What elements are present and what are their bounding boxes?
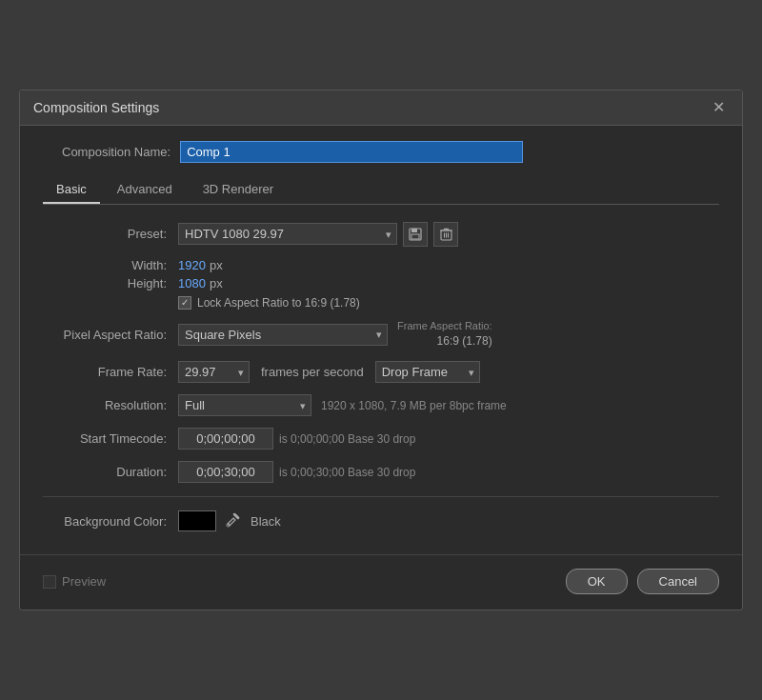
frame-aspect-ratio-box: Frame Aspect Ratio: 16:9 (1.78) (397, 319, 492, 350)
eyedropper-button[interactable] (226, 512, 241, 530)
resolution-info: 1920 x 1080, 7.9 MB per 8bpc frame (321, 399, 507, 412)
bg-color-name: Black (251, 514, 281, 529)
svg-line-11 (234, 514, 238, 518)
preview-label: Preview (62, 574, 106, 589)
preset-controls: HDTV 1080 29.97 (178, 222, 458, 247)
tab-advanced[interactable]: Advanced (104, 176, 186, 204)
frame-rate-label: Frame Rate: (43, 365, 167, 379)
composition-settings-dialog: Composition Settings ✕ Composition Name:… (19, 90, 743, 610)
duration-input[interactable] (178, 461, 273, 483)
cancel-button[interactable]: Cancel (637, 569, 719, 594)
duration-label: Duration: (43, 465, 167, 479)
frame-aspect-ratio-label: Frame Aspect Ratio: (397, 319, 492, 333)
start-timecode-label: Start Timecode: (43, 431, 167, 446)
preset-label: Preset: (43, 227, 167, 241)
save-icon (409, 228, 422, 241)
height-label: Height: (43, 276, 167, 290)
svg-rect-1 (411, 229, 417, 232)
par-controls: Square Pixels Frame Aspect Ratio: 16:9 (… (178, 319, 492, 350)
save-preset-button[interactable] (403, 222, 428, 247)
height-aspect-row: Height: 1080 px ✓ Lock Aspect Ratio to 1… (43, 276, 719, 310)
tab-basic[interactable]: Basic (43, 176, 100, 204)
resolution-controls: Full 1920 x 1080, 7.9 MB per 8bpc frame (178, 394, 507, 416)
fps-select[interactable]: 29.97 (178, 361, 250, 383)
width-row: Width: 1920 px (43, 258, 719, 272)
frame-aspect-ratio-value: 16:9 (1.78) (397, 333, 492, 350)
start-timecode-row: Start Timecode: is 0;00;00;00 Base 30 dr… (43, 428, 719, 450)
height-aspect-group: 1080 px ✓ Lock Aspect Ratio to 16:9 (1.7… (178, 276, 360, 310)
bg-color-row: Background Color: Black (43, 510, 719, 531)
pixel-aspect-ratio-label: Pixel Aspect Ratio: (43, 328, 167, 342)
fps-unit: frames per second (261, 365, 364, 379)
svg-point-10 (227, 524, 230, 527)
frame-rate-row: Frame Rate: 29.97 frames per second Drop… (43, 361, 719, 383)
preset-row: Preset: HDTV 1080 29.97 (43, 222, 719, 247)
tabs-container: Basic Advanced 3D Renderer (43, 176, 719, 205)
preset-select-wrapper: HDTV 1080 29.97 (178, 223, 397, 245)
dialog-footer: Preview OK Cancel (20, 554, 742, 610)
lock-aspect-label: Lock Aspect Ratio to 16:9 (1.78) (197, 296, 360, 310)
eyedropper-icon (226, 512, 241, 528)
aspect-lock-row: ✓ Lock Aspect Ratio to 16:9 (1.78) (178, 296, 360, 310)
preset-select[interactable]: HDTV 1080 29.97 (178, 223, 397, 245)
par-select-wrapper: Square Pixels (178, 324, 388, 346)
comp-name-row: Composition Name: (43, 141, 719, 163)
preview-checkbox[interactable] (43, 575, 56, 589)
pixel-aspect-ratio-row: Pixel Aspect Ratio: Square Pixels Frame … (43, 319, 719, 350)
fps-select-wrapper: 29.97 (178, 361, 250, 383)
title-bar: Composition Settings ✕ (20, 90, 742, 126)
close-button[interactable]: ✕ (709, 100, 729, 115)
dialog-title: Composition Settings (33, 100, 159, 115)
bg-color-swatch[interactable] (178, 510, 216, 531)
bg-color-controls: Black (178, 510, 281, 531)
ok-button[interactable]: OK (566, 569, 628, 594)
frame-rate-controls: 29.97 frames per second Drop Frame (178, 361, 480, 383)
height-unit: px (210, 276, 223, 290)
dialog-body: Composition Name: Basic Advanced 3D Rend… (20, 126, 742, 554)
width-unit: px (210, 258, 223, 272)
drop-frame-select[interactable]: Drop Frame (375, 361, 480, 383)
resolution-row: Resolution: Full 1920 x 1080, 7.9 MB per… (43, 394, 719, 416)
resolution-select[interactable]: Full (178, 394, 311, 416)
lock-aspect-checkbox[interactable]: ✓ (178, 296, 191, 310)
width-label: Width: (43, 258, 167, 272)
tab-3d-renderer[interactable]: 3D Renderer (190, 176, 287, 204)
svg-rect-2 (411, 234, 419, 239)
height-value[interactable]: 1080 (178, 276, 206, 290)
drop-frame-wrapper: Drop Frame (375, 361, 480, 383)
resolution-label: Resolution: (43, 398, 167, 412)
preview-check-row: Preview (43, 574, 106, 589)
width-value[interactable]: 1920 (178, 258, 206, 272)
start-timecode-input[interactable] (178, 428, 273, 450)
trash-icon (440, 228, 452, 241)
start-timecode-note: is 0;00;00;00 Base 30 drop (279, 432, 415, 446)
comp-name-label: Composition Name: (62, 145, 170, 159)
resolution-select-wrapper: Full (178, 394, 311, 416)
delete-preset-button[interactable] (433, 222, 458, 247)
duration-row: Duration: is 0;00;30;00 Base 30 drop (43, 461, 719, 483)
bg-color-label: Background Color: (43, 514, 167, 529)
comp-name-input[interactable] (180, 141, 523, 163)
par-select[interactable]: Square Pixels (178, 324, 388, 346)
duration-note: is 0;00;30;00 Base 30 drop (279, 466, 415, 479)
footer-buttons: OK Cancel (566, 569, 719, 594)
divider (43, 496, 719, 497)
